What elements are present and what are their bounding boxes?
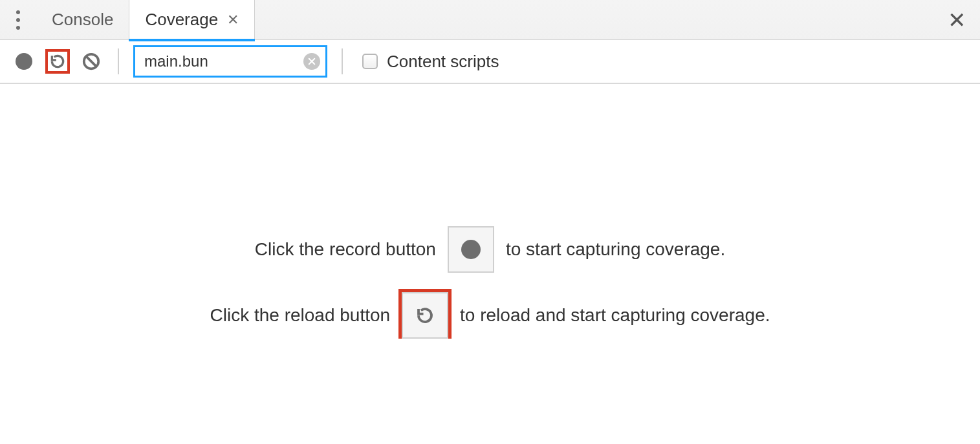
svg-line-1: [86, 56, 96, 67]
reload-icon: [415, 306, 435, 325]
reload-button[interactable]: [45, 49, 70, 74]
record-icon: [461, 240, 481, 259]
close-drawer-button[interactable]: ✕: [948, 0, 966, 40]
hint-reload: Click the reload button to reload and st…: [210, 292, 770, 339]
content-scripts-toggle[interactable]: Content scripts: [362, 52, 499, 72]
tab-coverage-label: Coverage: [145, 10, 218, 30]
clear-filter-icon[interactable]: [303, 53, 320, 70]
tab-coverage[interactable]: Coverage ✕: [129, 0, 255, 40]
inline-record-button[interactable]: [448, 226, 494, 273]
toolbar-separator: [118, 48, 119, 74]
hint-record-post: to start capturing coverage.: [506, 239, 725, 260]
hint-reload-pre: Click the reload button: [210, 305, 390, 326]
tab-console[interactable]: Console: [36, 0, 129, 40]
drawer-tabstrip: Console Coverage ✕ ✕: [0, 0, 980, 40]
record-icon: [16, 53, 32, 70]
inline-reload-button[interactable]: [402, 292, 448, 339]
coverage-empty-state: Click the record button to start capturi…: [0, 84, 980, 339]
toolbar-separator: [342, 48, 343, 74]
close-tab-icon[interactable]: ✕: [227, 13, 239, 27]
checkbox-icon: [362, 54, 378, 69]
content-scripts-label: Content scripts: [387, 52, 499, 72]
reload-icon: [49, 52, 66, 70]
clear-button[interactable]: [79, 49, 103, 74]
url-filter-field[interactable]: [133, 45, 327, 78]
close-icon: ✕: [948, 7, 966, 33]
record-button[interactable]: [12, 49, 36, 74]
coverage-toolbar: Content scripts: [0, 40, 980, 84]
more-tabs-button[interactable]: [0, 0, 36, 40]
url-filter-input[interactable]: [143, 52, 297, 71]
hint-reload-post: to reload and start capturing coverage.: [460, 305, 770, 326]
hint-record: Click the record button to start capturi…: [255, 226, 725, 273]
clear-icon: [82, 52, 101, 71]
hint-record-pre: Click the record button: [255, 239, 436, 260]
kebab-icon: [16, 8, 20, 32]
tab-console-label: Console: [52, 10, 113, 30]
